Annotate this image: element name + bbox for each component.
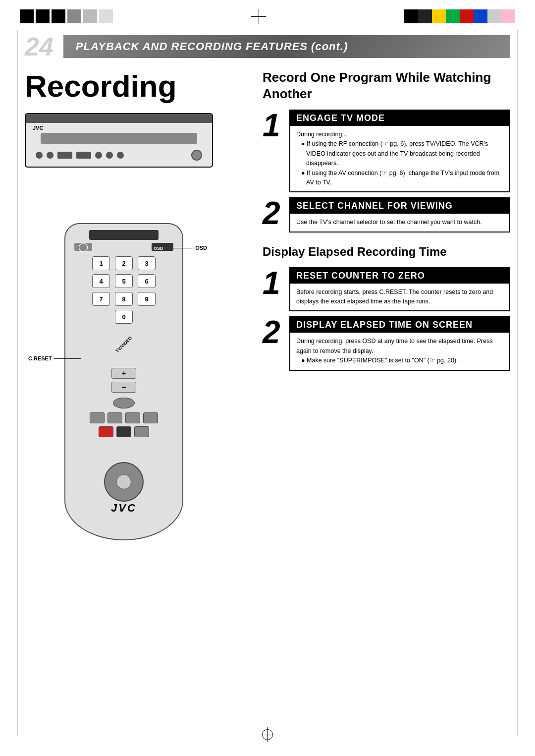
mark-4 xyxy=(67,9,81,23)
color-marks xyxy=(404,9,515,23)
vcr-tape-slot xyxy=(41,133,197,144)
vcr-knob xyxy=(191,150,202,161)
vcr-btn-1 xyxy=(36,152,43,159)
registration-marks xyxy=(0,9,535,24)
mark-5 xyxy=(83,9,97,23)
step-4-unit: 2 DISPLAY ELAPSED TIME ON SCREEN During … xyxy=(263,316,510,371)
remote-vol-buttons: + − xyxy=(89,368,159,408)
step-2-unit: 2 SELECT CHANNEL FOR VIEWING Use the TV'… xyxy=(263,197,510,233)
step-2-content: SELECT CHANNEL FOR VIEWING Use the TV's … xyxy=(289,197,510,233)
section2-heading: Display Elapsed Recording Time xyxy=(263,244,510,259)
step2-text: Use the TV's channel selector to set the… xyxy=(296,218,503,227)
section-separator: Display Elapsed Recording Time xyxy=(263,244,510,259)
tv-video-label: TV/VIDEO xyxy=(115,336,133,354)
num-btn-1: 1 xyxy=(92,256,110,270)
num-btn-4: 4 xyxy=(92,274,110,288)
header-title-bar: PLAYBACK AND RECORDING FEATURES (cont.) xyxy=(63,35,510,58)
step3-text: Before recording starts, press C.RESET. … xyxy=(296,288,503,307)
step-3-header-text: RESET COUNTER TO ZERO xyxy=(296,271,425,281)
section1-title: Record One Program While Watching Anothe… xyxy=(263,70,491,101)
bottom-crosshair xyxy=(260,727,275,742)
numpad-row-1: 1 2 3 xyxy=(87,256,161,270)
header-title-text: PLAYBACK AND RECORDING FEATURES (cont.) xyxy=(76,40,348,53)
rewind-btn xyxy=(90,412,105,423)
bottom-crosshair-icon xyxy=(260,727,275,742)
vcr-btn-3 xyxy=(95,152,102,159)
color-dark xyxy=(418,9,432,23)
step-2-header: SELECT CHANNEL FOR VIEWING xyxy=(290,198,509,214)
remote-osd-button: OSD xyxy=(152,243,173,251)
ffwd-btn xyxy=(125,412,140,423)
num-btn-2: 2 xyxy=(115,256,133,270)
remote-display xyxy=(89,230,159,240)
num-btn-5: 5 xyxy=(115,274,133,288)
mark-3 xyxy=(52,9,65,23)
remote-transport xyxy=(79,412,168,440)
vcr-btn-rect-1 xyxy=(57,152,72,159)
transport-row-2 xyxy=(79,426,168,437)
left-marks xyxy=(20,9,113,23)
color-light xyxy=(487,9,501,23)
num-btn-8: 8 xyxy=(115,292,133,306)
right-border xyxy=(517,30,518,736)
color-black xyxy=(404,9,418,23)
step-4-header: DISPLAY ELAPSED TIME ON SCREEN xyxy=(290,317,509,333)
step-4-body: During recording, press OSD at any time … xyxy=(290,333,509,369)
vol-plus: + xyxy=(111,368,136,379)
osd-btn-label: OSD xyxy=(152,246,163,251)
step-3-body: Before recording starts, press C.RESET. … xyxy=(290,284,509,311)
step-3-box: RESET COUNTER TO ZERO Before recording s… xyxy=(289,267,510,312)
pause-btn xyxy=(134,426,149,437)
step-4-box: DISPLAY ELAPSED TIME ON SCREEN During re… xyxy=(289,316,510,370)
color-pink xyxy=(501,9,515,23)
page-header: 24 PLAYBACK AND RECORDING FEATURES (cont… xyxy=(25,34,510,59)
step-3-unit: 1 RESET COUNTER TO ZERO Before recording… xyxy=(263,267,510,313)
remote-jvc-logo: JVC xyxy=(111,502,137,515)
step-3-header: RESET COUNTER TO ZERO xyxy=(290,268,509,284)
step1-intro: During recording... xyxy=(296,130,503,139)
vcr-device-image: JVC xyxy=(25,113,213,168)
vcr-btn-4 xyxy=(106,152,113,159)
vcr-brand-label: JVC xyxy=(33,125,43,131)
num-btn-6: 6 xyxy=(138,274,156,288)
step-2-body: Use the TV's channel selector to set the… xyxy=(290,214,509,231)
left-column: Recording JVC OSD ◯ xyxy=(25,69,253,182)
crosshair-circle xyxy=(262,729,273,740)
remote-cd-button: ◯ xyxy=(74,243,92,251)
step-1-content: ENGAGE TV MODE During recording... ● If … xyxy=(289,110,510,193)
color-blue xyxy=(474,9,487,23)
remote-image: OSD ◯ OSD C.RESET 1 2 3 xyxy=(54,223,193,560)
play-btn xyxy=(107,412,122,423)
step-4-content: DISPLAY ELAPSED TIME ON SCREEN During re… xyxy=(289,316,510,371)
step-1-number: 1 xyxy=(263,110,286,141)
vcr-btn-rect-2 xyxy=(76,152,91,159)
step4-bullet: ● Make sure "SUPERIMPOSE" is set to "ON"… xyxy=(301,356,503,365)
mark-2 xyxy=(36,9,50,23)
page-number: 24 xyxy=(25,34,54,59)
transport-row-1 xyxy=(79,412,168,423)
num-btn-0: 0 xyxy=(115,310,133,324)
stop-btn xyxy=(116,426,131,437)
vcr-top-bar xyxy=(26,114,212,123)
creset-line xyxy=(54,358,81,359)
step4-text: During recording, press OSD at any time … xyxy=(296,337,503,356)
skip-btn xyxy=(143,412,158,423)
remote-round-btn xyxy=(113,398,135,408)
vcr-buttons xyxy=(36,150,202,161)
remote-joystick xyxy=(104,462,144,502)
left-border xyxy=(17,30,18,736)
color-green xyxy=(446,9,460,23)
step-1-unit: 1 ENGAGE TV MODE During recording... ● I… xyxy=(263,110,510,193)
remote-body: OSD ◯ OSD C.RESET 1 2 3 xyxy=(64,223,183,540)
step-3-number: 1 xyxy=(263,267,286,299)
mark-1 xyxy=(20,9,34,23)
creset-external-label: C.RESET xyxy=(28,355,81,361)
color-yellow xyxy=(432,9,446,23)
step-4-header-text: DISPLAY ELAPSED TIME ON SCREEN xyxy=(296,320,473,330)
osd-line xyxy=(173,248,193,248)
color-red xyxy=(460,9,474,23)
section1-heading: Record One Program While Watching Anothe… xyxy=(263,69,510,102)
vol-minus: − xyxy=(111,382,136,393)
num-btn-9: 9 xyxy=(138,292,156,306)
right-column: Record One Program While Watching Anothe… xyxy=(263,69,510,376)
